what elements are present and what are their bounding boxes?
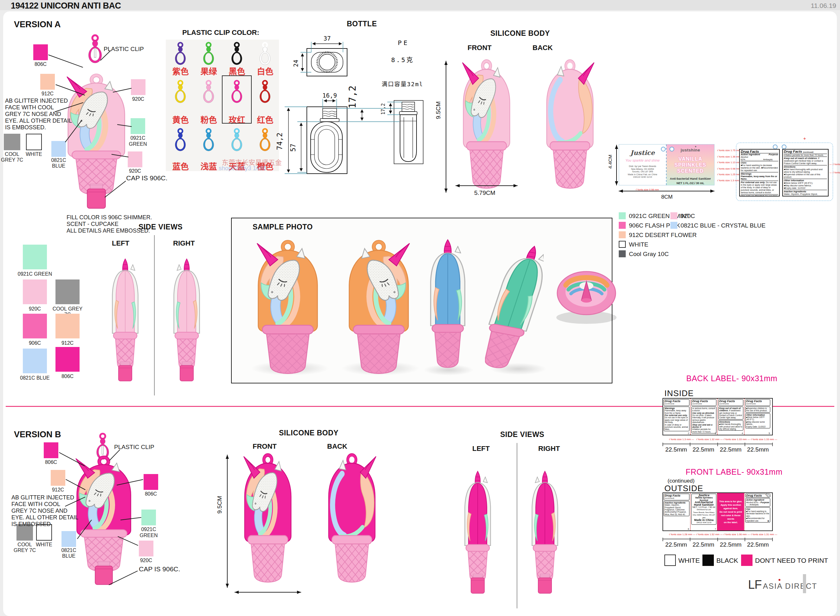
legend-swatch: [619, 250, 626, 257]
panel-text: ■For hand washing to decrease bacteria o…: [746, 510, 769, 517]
panel-text: 194122 4240 11/19: [696, 522, 711, 524]
swatch-label: 0821C BLUE: [18, 375, 52, 381]
clip-icon: [201, 79, 216, 107]
outside-label: OUTSIDE: [664, 484, 703, 493]
clip-label: 果绿: [195, 65, 223, 77]
clip-label: 粉色: [195, 113, 223, 125]
swatch-label: BLUE: [55, 553, 82, 559]
print-legend-black: [702, 554, 714, 566]
swatch-label: 920C: [18, 306, 52, 312]
print-legend-label: DON'T NEED TO PRINT: [755, 557, 828, 564]
panel-title: Drug Facts: [692, 399, 708, 403]
df-heading: Purpose: [769, 153, 778, 156]
clip-icon: [257, 41, 273, 69]
hang-hole: [782, 145, 786, 149]
print-legend-white: [664, 554, 676, 566]
dim-body-h: 57: [289, 144, 297, 151]
clip-label: 白色: [251, 65, 279, 77]
front-label-strip: Drug Facts(continued) Inactive ingredien…: [662, 493, 773, 531]
panel-text: Irritation persists for more than 72 hou…: [692, 428, 711, 433]
panel-heading: Use only as directed.: [692, 412, 714, 414]
panel-number: 3: [715, 432, 716, 434]
scent-name: VANILLA SPRINKLES SCENTED: [667, 156, 714, 174]
swatch-label: 912C: [34, 91, 61, 97]
tick-label: 22.5mm: [744, 446, 771, 453]
label-height: 4.4CM: [607, 155, 613, 169]
print-legend-dnp: [741, 554, 752, 566]
front-label-title: FRONT LABEL- 90x31mm: [686, 467, 782, 477]
df-heading: For external use only.: [741, 181, 765, 184]
drug-facts-continued-label: Drug Facts (continued) irritation persis…: [782, 149, 828, 197]
swatch-label: GREEN: [135, 533, 162, 538]
swatch-label: GREY 7C: [0, 157, 24, 163]
swatch-label: 0821C: [45, 157, 72, 163]
photo-front-2: [335, 239, 423, 379]
font-note: √ fonts size 1.31 mm —: [750, 533, 777, 536]
panel-heading: Warnings: [665, 407, 675, 409]
back-label-strip: Drug Facts(continued) WarningsFlammable,…: [662, 398, 773, 436]
df-cont: (continued): [803, 151, 814, 153]
label-panel: Drug Facts PEEL Active ingredient Purpos…: [744, 493, 771, 531]
panel-title: Drug Facts: [665, 494, 681, 497]
panel-title: Drug Facts: [746, 399, 762, 403]
cap-note: CAP IS 906C.: [139, 565, 180, 573]
selected-clip-box: [222, 75, 252, 123]
panel-text: Ohio 43054 Toronto, ON L6T 3R5: [693, 514, 715, 518]
df-text: ■May discolor some fabrics.: [784, 185, 812, 187]
df-text: ■Store below 105°F (40.5°C).: [784, 182, 813, 184]
cap-note: CAP IS 906C.: [126, 174, 167, 182]
color-swatch: [23, 349, 47, 373]
panel-text: Alcohol 62%--------Antiseptic: [746, 501, 760, 506]
dim-arrow-v: [446, 61, 446, 193]
font-note: — √ fonts size 1.3 mm: [829, 171, 840, 174]
panel-text: ■Store below 105°F (40.5°C).: [746, 416, 765, 421]
side-b-left-label: LEFT: [472, 444, 490, 453]
panel-cont: (continued): [746, 403, 756, 405]
clip-icon: [201, 41, 216, 69]
panel-heading: Active ingredient: [746, 499, 764, 501]
brand-logo: Justice: [630, 149, 655, 157]
swatch-label: 0821C: [55, 547, 82, 553]
panel-cont: (continued): [665, 403, 674, 405]
tick-label: 22.5mm: [744, 541, 771, 548]
registration-mark: +: [803, 136, 806, 141]
panel-text: ■May discolor some fabrics.: [746, 421, 765, 425]
df-title: Drug Facts: [784, 150, 802, 153]
swatch-label: 0921C: [124, 135, 151, 141]
side-view-right: [167, 246, 206, 383]
color-swatch: [4, 134, 20, 150]
panel-text: In case of deep or puncture wounds, anim…: [665, 424, 688, 431]
clip-icon: [257, 79, 273, 107]
panel-text: Water, Glycerin, Propylene Glycol, Fragr…: [665, 504, 686, 516]
color-swatch: [141, 509, 156, 525]
silicone-a-title: SILICONE BODY: [490, 29, 550, 38]
label-panel-brand: Justice Vanilla Sprinkles Scented Anti-b…: [690, 493, 717, 531]
legend-label: WHITE: [629, 241, 648, 248]
dim-arrow-h: [619, 191, 714, 191]
color-swatch: [131, 118, 145, 134]
font-note: √ fonts size 1.33 mm —: [750, 438, 777, 441]
dim-total-h: 74,2: [276, 132, 284, 150]
panel-number: 4: [742, 432, 743, 434]
header-bar: [0, 0, 840, 10]
font-note: — √ fonts size 1.3 mm: [829, 163, 840, 166]
clip-label: 黄色: [166, 113, 195, 125]
product-name: Anti-bacterial Hand Sanitizer: [667, 177, 714, 180]
panel-number: 2: [688, 432, 689, 434]
panel-number: 7: [715, 528, 716, 530]
color-swatch: [131, 79, 145, 95]
clip-icon: [173, 79, 188, 107]
silicone-a-height: 9.5CM: [435, 101, 442, 119]
legend-label: 912C DESERT FLOWER: [629, 232, 697, 239]
hang-hole: [661, 147, 666, 151]
label-front-half: Justice You sparkle and shine Distr. by/…: [619, 145, 667, 185]
date: 11.06.19: [811, 2, 836, 9]
photo-side-1: [421, 236, 474, 373]
panel-cont: (continued): [719, 403, 729, 405]
color-swatch: [62, 531, 76, 547]
panel-text: ■Recommended for repeated use.: [746, 517, 765, 522]
divider: [154, 235, 155, 396]
dim-width: 37: [324, 35, 331, 42]
color-swatch: [33, 44, 48, 60]
font-note: √ fonts size 0.98 mm: [636, 188, 659, 191]
